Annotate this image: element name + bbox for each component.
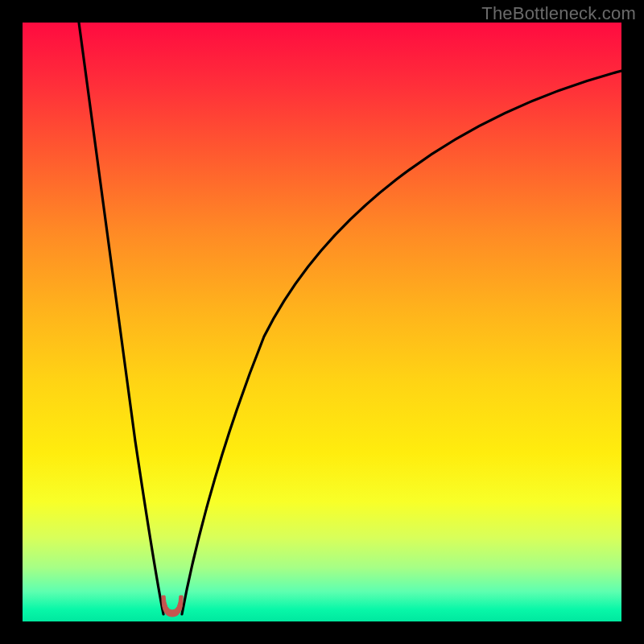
- watermark-text: TheBottleneck.com: [481, 3, 636, 24]
- bottleneck-curve: [23, 23, 621, 621]
- curve-right-branch: [182, 71, 621, 614]
- chart-panel: [23, 23, 621, 621]
- curve-min-bump: [162, 596, 183, 617]
- curve-left-branch: [79, 23, 163, 614]
